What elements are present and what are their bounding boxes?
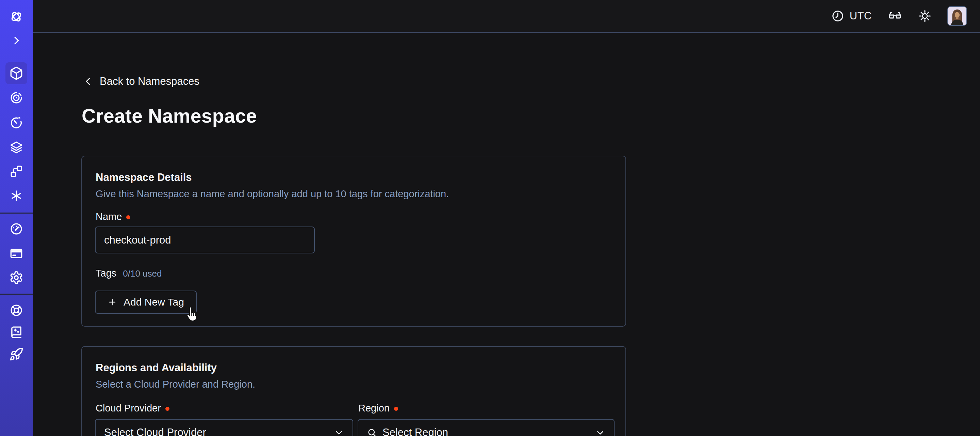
- tags-label-row: Tags 0/10 used: [95, 268, 162, 279]
- add-tag-button-label: Add New Tag: [124, 296, 184, 308]
- topbar: UTC: [33, 0, 980, 33]
- region-select[interactable]: Select Region: [358, 419, 614, 436]
- theme-toggle-button[interactable]: [918, 9, 932, 23]
- back-to-namespaces-link[interactable]: Back to Namespaces: [83, 75, 199, 88]
- sidebar-divider: [0, 212, 33, 214]
- cloud-provider-label: Cloud Provider: [95, 402, 169, 414]
- user-avatar[interactable]: [947, 6, 967, 26]
- plus-icon: [108, 297, 117, 307]
- clock-icon: [831, 9, 845, 23]
- add-new-tag-button[interactable]: Add New Tag: [95, 291, 197, 314]
- chevron-left-icon: [83, 76, 93, 86]
- life-buoy-icon[interactable]: [9, 303, 24, 318]
- chevron-down-icon: [595, 428, 605, 436]
- card-title: Regions and Availability: [95, 362, 217, 374]
- timer-icon[interactable]: [9, 115, 24, 130]
- timezone-button[interactable]: UTC: [831, 9, 872, 23]
- gear-icon[interactable]: [9, 270, 24, 285]
- rocket-icon[interactable]: [9, 347, 24, 361]
- cube-icon[interactable]: [9, 66, 24, 80]
- sun-icon: [918, 9, 932, 23]
- card-title: Namespace Details: [95, 171, 192, 184]
- glasses-button[interactable]: [888, 8, 902, 24]
- required-dot: [394, 407, 398, 411]
- chevron-down-icon: [334, 428, 344, 436]
- iris-icon[interactable]: [9, 91, 24, 105]
- credit-card-icon[interactable]: [9, 246, 24, 260]
- region-select-value: Select Region: [382, 426, 448, 436]
- sidebar-divider: [0, 294, 33, 295]
- name-field-label: Name: [95, 211, 130, 222]
- gauge-icon[interactable]: [9, 222, 24, 236]
- back-link-label: Back to Namespaces: [100, 75, 199, 88]
- cloud-provider-select[interactable]: Select Cloud Provider: [95, 419, 353, 436]
- region-label: Region: [358, 402, 398, 414]
- create-namespace-page: UTC: [0, 0, 980, 436]
- cloud-provider-select-value: Select Cloud Provider: [104, 426, 206, 436]
- layers-icon[interactable]: [9, 140, 24, 154]
- glasses-icon: [888, 8, 902, 24]
- required-dot: [165, 407, 169, 411]
- search-icon: [367, 428, 377, 436]
- sidebar-nav: [0, 0, 33, 436]
- temporal-logo-icon[interactable]: [9, 10, 24, 24]
- book-sparkles-icon[interactable]: [9, 325, 24, 339]
- regions-availability-card: Regions and Availability Select a Cloud …: [81, 346, 626, 436]
- namespace-details-card: Namespace Details Give this Namespace a …: [81, 156, 626, 327]
- tags-label: Tags: [95, 268, 116, 279]
- required-dot: [126, 215, 130, 219]
- page-title: Create Namespace: [82, 105, 257, 127]
- workflow-branch-icon[interactable]: [9, 164, 24, 179]
- card-subtitle: Give this Namespace a name and optionall…: [95, 188, 449, 200]
- tags-usage-counter: 0/10 used: [123, 268, 162, 279]
- namespace-name-input[interactable]: [95, 227, 315, 254]
- card-subtitle: Select a Cloud Provider and Region.: [95, 379, 255, 390]
- timezone-label: UTC: [850, 10, 872, 22]
- expand-sidebar-chevron-right-icon[interactable]: [11, 35, 22, 46]
- asterisk-icon[interactable]: [9, 189, 24, 203]
